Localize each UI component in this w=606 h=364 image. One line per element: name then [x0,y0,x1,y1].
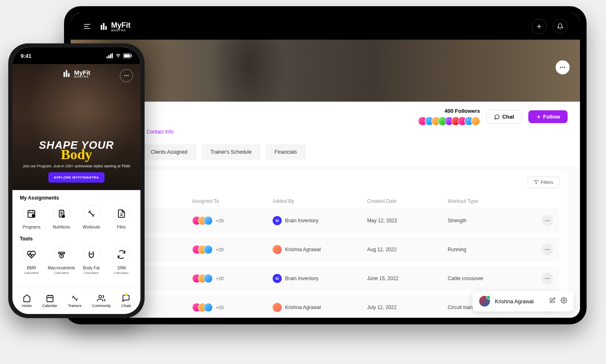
bell-icon[interactable] [553,19,568,34]
tab-content: Filters Assigned To Added By Created Dat… [71,166,580,318]
phone-notch [47,48,107,58]
home-icon [23,294,31,302]
nutritions-icon [53,205,70,222]
1rm-icon [113,246,130,263]
hero-script: Body [21,147,132,162]
bmr-icon [23,246,40,263]
added-by: bi Brain Inventory [273,274,363,283]
workout-type: Strength [448,218,524,224]
community-icon [97,294,105,302]
tools-title: Tools [20,236,133,242]
chat-button[interactable]: Chat [486,110,522,124]
workout-type: Running [448,247,524,252]
tab-home[interactable]: Home [22,294,32,308]
assignment-programs[interactable]: Programs [20,205,43,229]
trainers-icon [71,294,79,302]
svg-point-33 [99,295,102,298]
svg-point-7 [547,249,548,250]
col-created-date: Created Date [367,198,444,204]
added-by: bi Brain Inventory [273,216,363,225]
svg-point-9 [545,278,546,279]
col-added-by: Added By [273,198,363,204]
svg-point-23 [124,75,125,76]
app-name: MyFit [111,21,131,29]
table-row[interactable]: Push-up +20 bi Brain Inventory June 15, … [91,266,559,291]
phone-body: My Assignments ProgramsNutritionsWorkout… [12,190,140,288]
row-more-button[interactable] [542,215,553,226]
svg-point-5 [549,220,549,221]
explore-button[interactable]: EXPLORE MYFITMANTRA [48,172,105,183]
svg-rect-17 [108,55,109,58]
phone-hero-more-button[interactable] [120,69,133,82]
table-row[interactable]: Bench press +20 Krishna Agrawal Aug 12, … [91,237,559,262]
svg-point-8 [549,249,549,250]
programs-icon [23,205,40,222]
battery-icon [123,53,132,58]
tablet-screen: MyFit MANTRA shna Agrawal [71,13,580,318]
workouts-icon [83,205,100,222]
assigned-to: +20 [192,303,269,312]
assignments-title: My Assignments [20,195,133,201]
tab-trainers[interactable]: Trainers [68,294,81,308]
phone-device: 9:41 MyFit MANTRA [8,43,145,318]
phone-screen: 9:41 MyFit MANTRA [12,48,140,314]
tab-financials[interactable]: Financials [266,144,306,160]
gear-icon[interactable] [561,297,567,305]
tab-chats[interactable]: Chats [121,294,131,308]
phone-tabbar: HomeCalendarTrainersCommunityChats [12,288,140,314]
svg-point-1 [562,67,563,68]
usercard-name: Krishna Agrawal [495,298,534,305]
assignment-workouts[interactable]: Workouts [80,205,103,229]
menu-icon[interactable] [83,22,91,31]
row-more-button[interactable] [542,244,553,255]
tab-calendar[interactable]: Calendar [42,294,57,308]
follower-count: 400 Followers [418,108,480,114]
phone-logo: MyFit MANTRA [62,69,90,78]
table-row[interactable]: Power Workout +20 bi Brain Inventory May… [91,208,559,233]
app-logo: MyFit MANTRA [100,21,131,32]
macronutrients-icon [53,246,70,263]
status-time: 9:41 [21,53,31,59]
follower-avatars [418,117,480,126]
svg-rect-22 [131,55,132,57]
filters-button[interactable]: Filters [528,176,559,188]
hero-more-button[interactable] [556,60,570,74]
tab-clients-assigned[interactable]: Clients Assigned [142,144,197,160]
created-date: May 12, 2022 [367,218,444,224]
wifi-icon [115,53,121,58]
svg-point-4 [547,220,548,221]
assigned-to: +20 [192,245,269,254]
tool-macronutrients[interactable]: MacronutrientsCalculator [50,246,74,275]
assigned-to: +20 [192,216,269,225]
assignments-grid: ProgramsNutritionsWorkoutsFiles [20,205,133,229]
profile-hero-image [71,40,580,102]
contact-info-link[interactable]: Contact Info [147,129,173,135]
floating-user-card[interactable]: Krishna Agrawal [473,291,574,312]
workout-type: Cable crossover [448,276,524,281]
created-date: June 15, 2022 [367,276,444,281]
tool-body-fat[interactable]: Body FatCalculator [80,246,103,275]
tool-bmr[interactable]: BMRCalculator [20,246,43,275]
follow-button[interactable]: Follow [528,110,568,123]
add-button[interactable] [532,19,547,34]
row-more-button[interactable] [542,273,553,284]
assignment-files[interactable]: Files [110,205,133,229]
svg-point-0 [560,67,561,68]
edit-icon[interactable] [549,297,556,305]
assignment-nutritions[interactable]: Nutritions [50,205,74,229]
col-workout-type: Workout Type [448,198,524,204]
svg-rect-19 [112,53,113,58]
svg-point-6 [545,249,546,250]
tab-trainer-s-schedule[interactable]: Trainer's Schedule [202,144,261,160]
tab-community[interactable]: Community [92,294,111,308]
svg-rect-21 [124,54,130,57]
tools-grid: BMRCalculatorMacronutrientsCalculatorBod… [20,246,133,275]
col-assigned-to: Assigned To [192,198,269,204]
svg-point-25 [128,75,128,76]
profile-section: shna Agrawal ritionist at My Fit Mantra … [71,102,580,141]
tool-1rm[interactable]: 1RMCalculator [110,246,133,275]
svg-rect-32 [47,295,53,302]
avatar [479,296,490,307]
svg-point-27 [32,214,35,217]
files-icon [113,205,130,222]
